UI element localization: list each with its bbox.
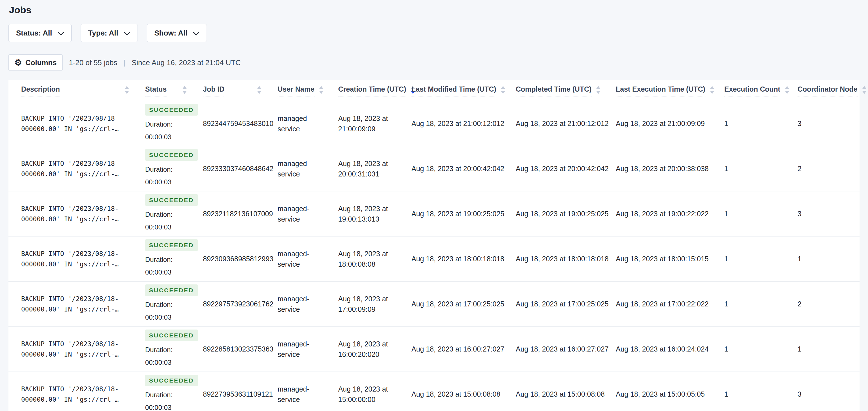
page-title: Jobs xyxy=(9,4,860,16)
user-name-cell: managed-service xyxy=(275,204,335,225)
column-header-creation-time-utc[interactable]: Creation Time (UTC) xyxy=(335,85,409,96)
execution-count-cell: 1 xyxy=(721,299,795,309)
filter-button-label: Type: All xyxy=(88,29,118,37)
column-header-label: User Name xyxy=(278,85,314,96)
table-row: BACKUP INTO '/2023/08/18-000000.00' IN '… xyxy=(8,236,860,282)
creation-time-cell: Aug 18, 2023 at 21:00:09:09 xyxy=(335,113,409,134)
last-modified-cell: Aug 18, 2023 at 16:00:27:027 xyxy=(409,344,513,354)
duration-label: Duration: xyxy=(145,298,200,311)
chevron-down-icon xyxy=(124,29,130,37)
description-cell: BACKUP INTO '/2023/08/18-000000.00' IN '… xyxy=(8,248,142,269)
column-header-label: Last Modified Time (UTC) xyxy=(411,85,496,96)
column-header-label: Description xyxy=(21,85,60,96)
description-cell: BACKUP INTO '/2023/08/18-000000.00' IN '… xyxy=(8,158,142,179)
duration-value: 00:00:03 xyxy=(145,356,200,369)
description-cell: BACKUP INTO '/2023/08/18-000000.00' IN '… xyxy=(8,113,142,134)
sort-arrows-icon xyxy=(256,85,262,96)
duration-label: Duration: xyxy=(145,388,200,401)
user-name-cell: managed-service xyxy=(275,339,335,360)
description-cell: BACKUP INTO '/2023/08/18-000000.00' IN '… xyxy=(8,204,142,225)
duration-value: 00:00:03 xyxy=(145,130,200,143)
column-header-status[interactable]: Status xyxy=(142,85,200,96)
column-header-execution-count[interactable]: Execution Count xyxy=(721,85,795,96)
status-badge: SUCCEEDED xyxy=(145,329,198,341)
status-badge: SUCCEEDED xyxy=(145,149,198,160)
column-header-job-id[interactable]: Job ID xyxy=(200,85,275,96)
jobs-count-text: 1-20 of 55 jobs xyxy=(69,58,117,67)
last-modified-cell: Aug 18, 2023 at 21:00:12:012 xyxy=(409,118,513,129)
description-cell: BACKUP INTO '/2023/08/18-000000.00' IN '… xyxy=(8,384,142,405)
column-header-last-execution-time-utc[interactable]: Last Execution Time (UTC) xyxy=(613,85,721,96)
status-cell: SUCCEEDEDDuration:00:00:03 xyxy=(142,104,200,143)
coordinator-node-cell: 2 xyxy=(795,164,860,174)
chevron-down-icon xyxy=(58,29,64,37)
execution-count-cell: 1 xyxy=(721,118,795,129)
coordinator-node-cell: 3 xyxy=(795,209,860,219)
column-header-completed-time-utc[interactable]: Completed Time (UTC) xyxy=(513,85,613,96)
table-row: BACKUP INTO '/2023/08/18-000000.00' IN '… xyxy=(8,327,860,372)
execution-count-cell: 1 xyxy=(721,254,795,264)
completed-time-cell: Aug 18, 2023 at 15:00:08:08 xyxy=(513,389,613,400)
last-modified-cell: Aug 18, 2023 at 18:00:18:018 xyxy=(409,254,513,264)
filter-button-type[interactable]: Type: All xyxy=(81,24,138,42)
coordinator-node-cell: 3 xyxy=(795,118,860,129)
creation-time-cell: Aug 18, 2023 at 20:00:31:031 xyxy=(335,158,409,179)
chevron-down-icon xyxy=(193,29,199,37)
status-badge: SUCCEEDED xyxy=(145,194,198,206)
description-cell: BACKUP INTO '/2023/08/18-000000.00' IN '… xyxy=(8,339,142,360)
status-cell: SUCCEEDEDDuration:00:00:03 xyxy=(142,329,200,369)
coordinator-node-cell: 1 xyxy=(795,344,860,354)
table-row: BACKUP INTO '/2023/08/18-000000.00' IN '… xyxy=(8,101,860,146)
job-id-cell: 892285813023375363 xyxy=(200,344,275,354)
table-row: BACKUP INTO '/2023/08/18-000000.00' IN '… xyxy=(8,192,860,236)
column-header-coordinator-node[interactable]: Coordinator Node xyxy=(795,85,868,96)
sort-arrows-icon xyxy=(318,85,324,96)
column-header-user-name[interactable]: User Name xyxy=(275,85,335,96)
sort-arrows-icon xyxy=(500,85,506,96)
columns-button[interactable]: ⚙ Columns xyxy=(8,54,63,71)
job-id-cell: 892321182136107009 xyxy=(200,209,275,219)
table-row: BACKUP INTO '/2023/08/18-000000.00' IN '… xyxy=(8,282,860,327)
status-badge: SUCCEEDED xyxy=(145,104,198,115)
duration-label: Duration: xyxy=(145,208,200,221)
column-header-label: Execution Count xyxy=(724,85,780,96)
column-header-label: Coordinator Node xyxy=(798,85,858,96)
status-cell: SUCCEEDEDDuration:00:00:03 xyxy=(142,194,200,233)
jobs-table: DescriptionStatusJob IDUser NameCreation… xyxy=(8,80,860,411)
table-header-row: DescriptionStatusJob IDUser NameCreation… xyxy=(8,80,860,101)
filters-row: Status: AllType: AllShow: All xyxy=(8,24,860,42)
last-execution-cell: Aug 18, 2023 at 20:00:38:038 xyxy=(613,164,721,174)
completed-time-cell: Aug 18, 2023 at 16:00:27:027 xyxy=(513,344,613,354)
table-body: BACKUP INTO '/2023/08/18-000000.00' IN '… xyxy=(8,101,860,411)
completed-time-cell: Aug 18, 2023 at 17:00:25:025 xyxy=(513,299,613,309)
user-name-cell: managed-service xyxy=(275,158,335,179)
table-row: BACKUP INTO '/2023/08/18-000000.00' IN '… xyxy=(8,372,860,411)
toolbar: ⚙ Columns 1-20 of 55 jobs | Since Aug 16… xyxy=(8,54,860,71)
user-name-cell: managed-service xyxy=(275,384,335,405)
completed-time-cell: Aug 18, 2023 at 21:00:12:012 xyxy=(513,118,613,129)
creation-time-cell: Aug 18, 2023 at 19:00:13:013 xyxy=(335,204,409,225)
execution-count-cell: 1 xyxy=(721,344,795,354)
sort-arrows-icon xyxy=(182,85,187,96)
filter-button-show[interactable]: Show: All xyxy=(147,24,207,42)
status-cell: SUCCEEDEDDuration:00:00:03 xyxy=(142,285,200,323)
last-modified-cell: Aug 18, 2023 at 17:00:25:025 xyxy=(409,299,513,309)
last-execution-cell: Aug 18, 2023 at 15:00:05:05 xyxy=(613,389,721,400)
last-execution-cell: Aug 18, 2023 at 18:00:15:015 xyxy=(613,254,721,264)
sort-arrows-icon xyxy=(124,85,130,96)
coordinator-node-cell: 3 xyxy=(795,389,860,400)
completed-time-cell: Aug 18, 2023 at 19:00:25:025 xyxy=(513,209,613,219)
column-header-last-modified-time-utc[interactable]: Last Modified Time (UTC) xyxy=(409,85,513,96)
last-modified-cell: Aug 18, 2023 at 19:00:25:025 xyxy=(409,209,513,219)
column-header-description[interactable]: Description xyxy=(8,85,142,96)
completed-time-cell: Aug 18, 2023 at 18:00:18:018 xyxy=(513,254,613,264)
filter-button-status[interactable]: Status: All xyxy=(8,24,71,42)
description-cell: BACKUP INTO '/2023/08/18-000000.00' IN '… xyxy=(8,294,142,315)
toolbar-divider: | xyxy=(123,58,125,67)
execution-count-cell: 1 xyxy=(721,209,795,219)
column-header-label: Last Execution Time (UTC) xyxy=(616,85,705,96)
job-id-cell: 892344759453483010 xyxy=(200,118,275,129)
gear-icon: ⚙ xyxy=(14,58,22,67)
coordinator-node-cell: 2 xyxy=(795,299,860,309)
creation-time-cell: Aug 18, 2023 at 16:00:20:020 xyxy=(335,339,409,360)
